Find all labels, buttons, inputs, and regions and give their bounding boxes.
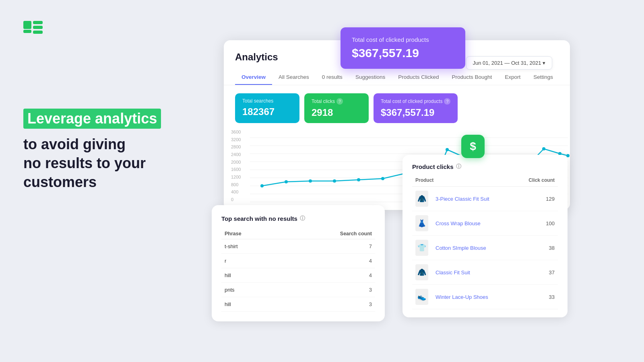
click-count-col-header: Click count [516,176,558,187]
click-count-cell: 129 [516,187,558,211]
cost-card-label: Total cost of clicked products [352,36,454,43]
svg-point-14 [260,184,264,187]
tab-all-searches[interactable]: All Searches [272,70,316,85]
svg-rect-4 [33,31,43,34]
table-row: hill 4 [221,268,375,283]
clicks-label: Total clicks ? [312,98,361,105]
table-row: hill 3 [221,297,375,312]
products-table: Product Click count 🧥 3-Piece Classic Fi… [412,176,558,309]
tab-suggestions[interactable]: Suggestions [349,70,392,85]
cost-tooltip-icon: ? [444,98,450,105]
no-results-card: Top search with no results ⓘ Phrase Sear… [212,205,385,321]
phrase-cell: t-shirt [221,239,279,254]
table-row: pnts 3 [221,283,375,297]
product-clicks-title: Product clicks ⓘ [412,163,558,170]
svg-point-22 [446,148,449,151]
product-name-link[interactable]: Classic Fit Suit [436,269,470,276]
svg-rect-0 [23,21,31,29]
no-results-title: Top search with no results ⓘ [221,215,375,222]
no-results-table: Phrase Search count t-shirt 7 r 4 hill 4… [221,228,375,312]
svg-point-29 [566,154,570,157]
click-count-cell: 38 [516,236,558,260]
svg-rect-1 [23,30,31,33]
count-cell: 3 [279,283,375,297]
table-row: 👗 Cross Wrap Blouse 100 [412,211,558,236]
hero-subtitle: to avoid giving no results to your custo… [23,135,217,191]
product-thumbnail: 🧥 [415,191,428,207]
product-cell: 🧥 Classic Fit Suit [412,260,516,285]
svg-point-16 [309,179,312,183]
analytics-nav: Overview All Searches 0 results Suggesti… [224,70,570,85]
svg-point-19 [381,177,384,180]
product-cell: 👗 Cross Wrap Blouse [412,211,516,236]
cost-value: $367,557.19 [381,107,450,118]
table-row: t-shirt 7 [221,239,375,254]
product-name-link[interactable]: Cotton SImple Blouse [436,245,486,251]
count-cell: 4 [279,254,375,268]
clicks-tooltip-icon: ? [336,98,343,105]
product-cell: 🧥 3-Piece Classic Fit Suit [412,187,516,211]
highlight-label: Leverage analytics [23,109,161,129]
product-name-link[interactable]: Cross Wrap Blouse [436,220,481,226]
svg-rect-3 [33,26,43,29]
count-cell: 3 [279,297,375,312]
product-clicks-panel: Product clicks ⓘ Product Click count 🧥 3… [402,155,568,317]
hero-text-block: Leverage analytics to avoid giving no re… [23,109,217,191]
svg-point-27 [542,147,545,150]
table-row: 🧥 Classic Fit Suit 37 [412,260,558,285]
searches-label: Total searches [242,98,292,104]
product-cell: 👕 Cotton SImple Blouse [412,236,516,260]
tab-products-clicked[interactable]: Products Clicked [392,70,445,85]
table-row: 👟 Winter Lace-Up Shoes 33 [412,285,558,309]
product-clicks-info-icon: ⓘ [456,163,461,170]
count-cell: 4 [279,268,375,283]
cost-card-value: $367,557.19 [352,46,454,60]
click-count-cell: 33 [516,285,558,309]
count-cell: 7 [279,239,375,254]
clicks-value: 2918 [312,107,361,118]
click-count-cell: 37 [516,260,558,285]
tab-settings[interactable]: Settings [527,70,559,85]
table-row: r 4 [221,254,375,268]
count-col-header: Search count [279,228,375,239]
svg-point-15 [285,180,288,183]
app-logo [23,21,43,39]
searches-value: 182367 [242,106,292,117]
svg-point-18 [357,178,360,181]
dollar-icon: $ [461,135,485,158]
tab-export[interactable]: Export [498,70,527,85]
product-thumbnail: 👟 [415,289,428,305]
product-name-link[interactable]: Winter Lace-Up Shoes [436,294,488,300]
product-cell: 👟 Winter Lace-Up Shoes [412,285,516,309]
no-results-info-icon: ⓘ [300,215,305,222]
stat-cards-row: Total searches 182367 Total clicks ? 291… [224,85,570,130]
stat-card-searches: Total searches 182367 [235,93,299,123]
tab-0-results[interactable]: 0 results [316,70,349,85]
tab-overview[interactable]: Overview [235,70,272,85]
cost-card-floating: Total cost of clicked products $367,557.… [341,27,465,69]
phrase-cell: hill [221,268,279,283]
product-col-header: Product [412,176,516,187]
svg-point-17 [333,179,336,183]
click-count-cell: 100 [516,211,558,236]
product-thumbnail: 👗 [415,215,428,231]
table-row: 👕 Cotton SImple Blouse 38 [412,236,558,260]
chart-y-axis: 3600 3200 2800 2400 2000 1600 1200 800 4… [231,130,241,202]
phrase-cell: r [221,254,279,268]
product-thumbnail: 👕 [415,240,428,256]
product-name-link[interactable]: 3-Piece Classic Fit Suit [436,196,489,202]
date-range-label: Jun 01, 2021 — Oct 31, 2021 ▾ [473,60,545,66]
stat-card-cost: Total cost of clicked products ? $367,55… [374,93,458,123]
date-range-picker[interactable]: Jun 01, 2021 — Oct 31, 2021 ▾ [466,56,552,70]
phrase-col-header: Phrase [221,228,279,239]
cost-label: Total cost of clicked products ? [381,98,450,105]
phrase-cell: pnts [221,283,279,297]
stat-card-clicks: Total clicks ? 2918 [304,93,369,123]
product-thumbnail: 🧥 [415,264,428,280]
tab-products-bought[interactable]: Products Bought [445,70,498,85]
phrase-cell: hill [221,297,279,312]
svg-rect-2 [33,21,43,24]
table-row: 🧥 3-Piece Classic Fit Suit 129 [412,187,558,211]
